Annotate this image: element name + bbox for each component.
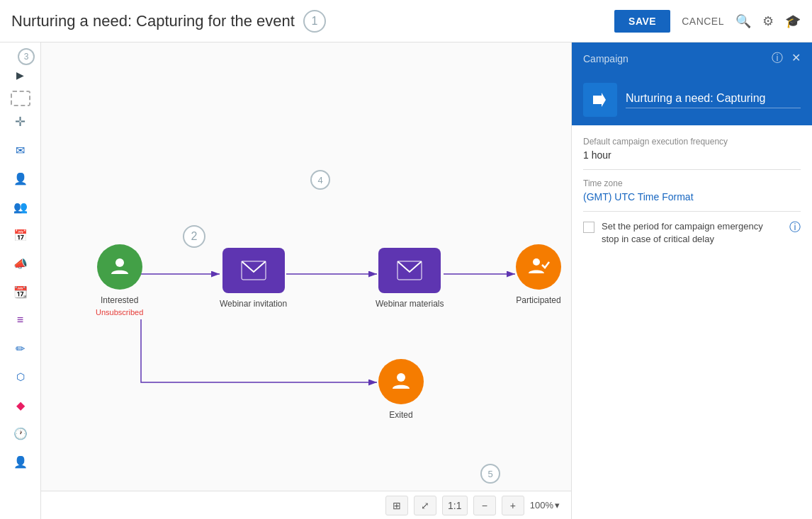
fit-button[interactable]: ⤢ xyxy=(414,496,436,515)
webinar-invitation-icon xyxy=(222,248,285,293)
frequency-label: Default campaign execution frequency xyxy=(583,137,801,147)
select-tool[interactable] xyxy=(11,91,30,106)
person-tool[interactable]: 👤 xyxy=(6,449,35,474)
canvas-area: 2 4 xyxy=(41,42,571,519)
move-tool[interactable]: ✛ xyxy=(6,109,35,135)
exited-label: Exited xyxy=(389,410,412,420)
webinar-materials-icon xyxy=(378,248,441,293)
participated-icon xyxy=(516,244,561,290)
panel-title: Campaign xyxy=(583,53,628,64)
calendar-tool[interactable]: 📆 xyxy=(6,279,35,304)
badge-2: 2 xyxy=(183,225,205,248)
badge-5: 5 xyxy=(480,464,500,484)
zoom-in-button[interactable]: + xyxy=(502,496,524,515)
ratio-button[interactable]: 1:1 xyxy=(442,496,468,515)
right-panel: Campaign ⓘ ✕ Nurturing a need: Capturing… xyxy=(571,42,812,519)
header-icons: 🔍 ⚙ 🎓 xyxy=(735,13,801,29)
badge-4: 4 xyxy=(310,170,330,190)
campaign-tool[interactable]: 📣 xyxy=(6,251,35,276)
edit-tool[interactable]: ✏ xyxy=(6,336,35,361)
panel-body: Default campaign execution frequency 1 h… xyxy=(572,125,812,519)
panel-header-icons: ⓘ ✕ xyxy=(772,51,801,66)
timezone-label: Time zone xyxy=(583,178,801,188)
participated-label: Participated xyxy=(516,295,560,305)
panel-close-icon[interactable]: ✕ xyxy=(791,51,801,66)
campaign-name: Nurturing a need: Capturing xyxy=(626,92,801,108)
main-layout: 3 ▶ ✛ ✉ 👤 👥 📅 📣 📆 ≡ ✏ ⬡ ◆ 🕐 👤 2 4 xyxy=(0,42,812,519)
emergency-stop-row: Set the period for campaign emergency st… xyxy=(583,220,801,246)
node-participated[interactable]: Participated xyxy=(516,244,561,305)
zoom-value: 100% xyxy=(530,500,553,511)
node-exited[interactable]: Exited xyxy=(378,359,424,420)
calendar-event-tool[interactable]: 📅 xyxy=(6,222,35,248)
page-title: Nurturing a need: Capturing for the even… xyxy=(11,10,603,33)
badge-3: 3 xyxy=(18,48,35,65)
diamond-tool[interactable]: ◆ xyxy=(6,392,35,418)
audience-group-tool[interactable]: 👥 xyxy=(6,194,35,219)
settings-icon[interactable]: ⚙ xyxy=(762,13,774,29)
interested-icon xyxy=(97,244,142,290)
save-button[interactable]: SAVE xyxy=(614,10,670,33)
node-interested[interactable]: Interested Unsubscribed xyxy=(96,244,143,316)
bottom-toolbar: 5 ⊞ ⤢ 1:1 − + 100% ▾ xyxy=(41,491,571,519)
zoom-arrow-icon: ▾ xyxy=(555,500,560,511)
svg-point-9 xyxy=(397,373,405,382)
zoom-out-button[interactable]: − xyxy=(473,496,496,515)
emergency-stop-info-icon[interactable]: ⓘ xyxy=(789,220,801,235)
svg-marker-10 xyxy=(593,93,606,107)
audience-tool[interactable]: 👤 xyxy=(6,166,35,191)
sort-tool[interactable]: ≡ xyxy=(6,307,35,333)
webinar-invitation-label: Webinar invitation xyxy=(220,299,287,309)
cancel-button[interactable]: CANCEL xyxy=(682,16,724,27)
network-tool[interactable]: ⬡ xyxy=(6,364,35,389)
interested-label: Interested xyxy=(101,295,138,305)
emergency-stop-checkbox[interactable] xyxy=(583,222,594,233)
left-toolbar: 3 ▶ ✛ ✉ 👤 👥 📅 📣 📆 ≡ ✏ ⬡ ◆ 🕐 👤 xyxy=(0,42,41,519)
panel-info-icon[interactable]: ⓘ xyxy=(772,51,783,66)
frequency-value: 1 hour xyxy=(583,149,801,170)
timezone-value: (GMT) UTC Time Format xyxy=(583,191,801,212)
search-icon[interactable]: 🔍 xyxy=(735,13,751,29)
badge-1: 1 xyxy=(303,10,326,33)
svg-point-8 xyxy=(533,258,540,266)
panel-header: Campaign ⓘ ✕ xyxy=(572,42,812,74)
cursor-tool[interactable]: ▶ xyxy=(6,62,35,88)
zoom-dropdown[interactable]: 100% ▾ xyxy=(530,500,560,511)
header: Nurturing a need: Capturing for the even… xyxy=(0,0,812,42)
unsubscribed-label: Unsubscribed xyxy=(96,308,143,316)
node-webinar-invitation[interactable]: Webinar invitation xyxy=(220,248,287,309)
title-text: Nurturing a need: Capturing for the even… xyxy=(11,12,295,30)
clock-tool[interactable]: 🕐 xyxy=(6,421,35,446)
campaign-row: Nurturing a need: Capturing xyxy=(572,74,812,125)
exited-icon xyxy=(378,359,424,404)
email-tool[interactable]: ✉ xyxy=(6,137,35,163)
webinar-materials-label: Webinar materials xyxy=(376,299,444,309)
help-icon[interactable]: 🎓 xyxy=(785,13,801,29)
split-view-button[interactable]: ⊞ xyxy=(385,496,408,515)
ratio-label: 1:1 xyxy=(448,500,461,511)
campaign-icon[interactable] xyxy=(583,83,617,117)
svg-point-5 xyxy=(115,258,124,267)
node-webinar-materials[interactable]: Webinar materials xyxy=(376,248,444,309)
emergency-stop-label: Set the period for campaign emergency st… xyxy=(602,220,782,246)
